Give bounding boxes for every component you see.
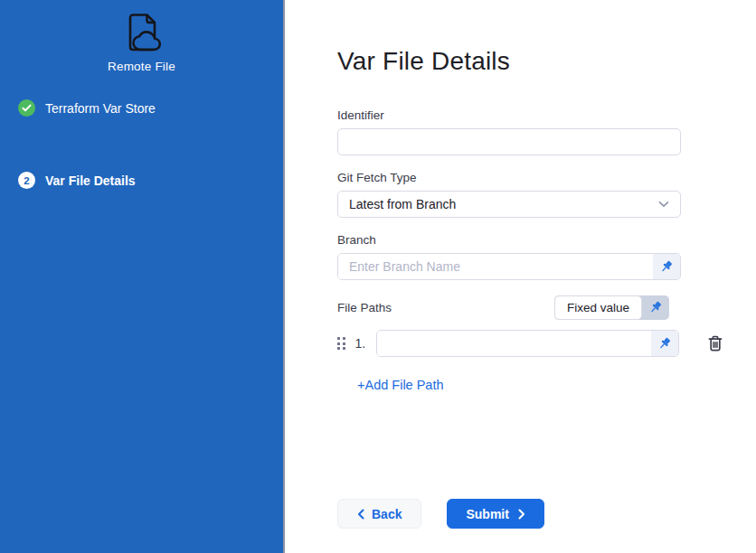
- branch-group: Branch: [337, 233, 681, 280]
- submit-button[interactable]: Submit: [447, 499, 543, 529]
- submit-button-label: Submit: [466, 507, 508, 521]
- identifier-label: Identifier: [337, 108, 681, 122]
- page-title: Var File Details: [337, 47, 756, 76]
- git-fetch-type-group: Git Fetch Type Latest from Branch: [337, 171, 681, 218]
- add-file-path-button[interactable]: +Add File Path: [357, 378, 444, 392]
- back-button-label: Back: [372, 507, 402, 521]
- git-fetch-type-label: Git Fetch Type: [337, 171, 681, 184]
- pin-icon: [649, 301, 663, 314]
- identifier-input[interactable]: [337, 128, 681, 155]
- step-completed-check-icon: [18, 99, 35, 117]
- add-file-path-label: Add File Path: [364, 378, 443, 392]
- file-path-index: 1.: [355, 336, 366, 351]
- pin-icon: [660, 260, 674, 274]
- identifier-group: Identifier: [337, 108, 681, 155]
- branch-label: Branch: [337, 233, 681, 247]
- git-fetch-type-select[interactable]: Latest from Branch: [337, 191, 681, 218]
- branch-input[interactable]: [338, 254, 653, 279]
- git-fetch-type-value: Latest from Branch: [349, 197, 456, 211]
- branch-input-wrapper: [337, 253, 681, 280]
- file-path-input-wrapper: [376, 330, 679, 357]
- wizard-footer: Back Submit: [337, 499, 544, 529]
- file-path-input[interactable]: [377, 331, 651, 356]
- remote-file-cloud-icon: [118, 12, 166, 53]
- back-button[interactable]: Back: [337, 499, 421, 529]
- chevron-right-icon: [518, 509, 525, 520]
- step-label: Var File Details: [45, 173, 136, 188]
- chevron-left-icon: [357, 509, 364, 520]
- file-paths-pin-area: [642, 295, 669, 320]
- file-path-multitype-pin-button[interactable]: [651, 331, 678, 356]
- plus-icon: +: [357, 378, 364, 392]
- var-file-details-panel: Var File Details Identifier Git Fetch Ty…: [285, 0, 756, 553]
- step-label: Terraform Var Store: [45, 101, 156, 116]
- fixed-value-label: Fixed value: [554, 295, 642, 320]
- step-number-badge: 2: [18, 172, 35, 189]
- file-path-row: 1.: [337, 330, 724, 357]
- store-type-label: Remote File: [0, 60, 283, 73]
- store-icon-block: Remote File: [0, 12, 283, 73]
- pin-icon: [658, 337, 672, 351]
- drag-handle-icon[interactable]: [337, 337, 345, 350]
- branch-multitype-pin-button[interactable]: [653, 254, 680, 279]
- file-paths-type-selector[interactable]: Fixed value: [554, 295, 669, 320]
- chevron-down-icon: [658, 201, 669, 208]
- sidebar-step-terraform-var-store[interactable]: Terraform Var Store: [18, 99, 156, 117]
- delete-file-path-button[interactable]: [706, 333, 724, 353]
- trash-icon: [708, 335, 723, 351]
- sidebar-step-var-file-details[interactable]: 2 Var File Details: [18, 172, 136, 189]
- wizard-sidebar: Remote File Terraform Var Store 2 Var Fi…: [0, 0, 283, 553]
- file-paths-header: File Paths Fixed value: [337, 295, 681, 320]
- file-paths-label: File Paths: [337, 301, 392, 314]
